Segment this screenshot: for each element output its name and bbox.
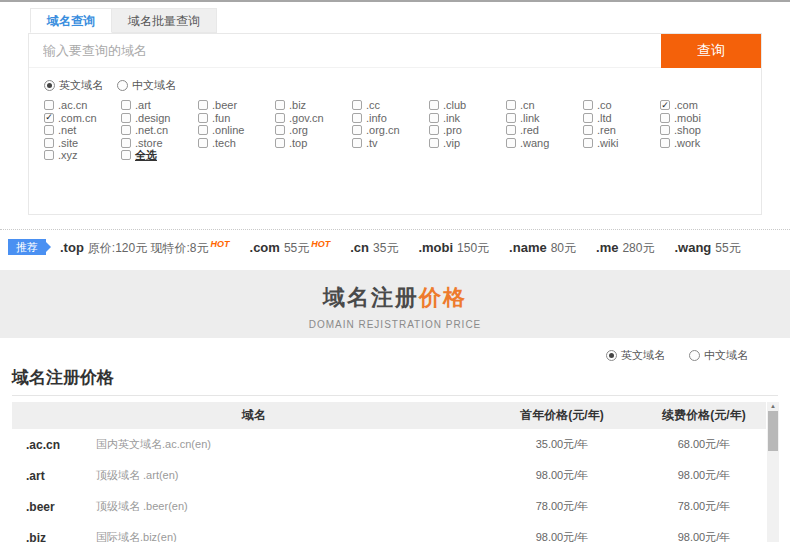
scroll-up-icon[interactable]: ▲: [767, 402, 779, 411]
checkbox-icon[interactable]: [198, 100, 208, 110]
checkbox-icon[interactable]: [275, 100, 285, 110]
radio-option[interactable]: 中文域名: [117, 78, 176, 93]
tld-checkbox-item[interactable]: .tech: [198, 137, 275, 150]
tld-checkbox-item[interactable]: .wang: [506, 137, 583, 150]
tld-checkbox-item[interactable]: .com: [660, 99, 737, 112]
promo-price: 55元: [284, 241, 309, 255]
tld-checkbox-item[interactable]: .com.cn: [44, 112, 121, 125]
tld-checkbox-item[interactable]: .info: [352, 112, 429, 125]
tld-checkbox-item[interactable]: .store: [121, 137, 198, 150]
checkbox-icon[interactable]: [44, 100, 54, 110]
domain-search-input[interactable]: [29, 34, 661, 67]
checkbox-checked-icon[interactable]: [660, 100, 670, 110]
tld-checkbox-item[interactable]: .club: [429, 99, 506, 112]
checkbox-icon[interactable]: [121, 125, 131, 135]
checkbox-icon[interactable]: [583, 125, 593, 135]
checkbox-icon[interactable]: [429, 100, 439, 110]
checkbox-icon[interactable]: [275, 138, 285, 148]
promo-price: 150元: [457, 241, 489, 255]
checkbox-icon[interactable]: [275, 113, 285, 123]
scrollbar-thumb[interactable]: [768, 411, 778, 451]
tld-checkbox-item[interactable]: .red: [506, 124, 583, 137]
tld-checkbox-item[interactable]: .site: [44, 137, 121, 150]
checkbox-icon[interactable]: [429, 138, 439, 148]
row-tld: .ac.cn: [26, 438, 96, 452]
tld-checkbox-item[interactable]: .cc: [352, 99, 429, 112]
checkbox-icon[interactable]: [583, 100, 593, 110]
checkbox-icon[interactable]: [198, 113, 208, 123]
radio-selected[interactable]: 英文域名: [44, 78, 103, 93]
price-section: 英文域名中文域名 域名注册价格 域名 首年价格(元/年) 续费价格(元/年) .…: [0, 348, 790, 542]
tld-checkbox-item[interactable]: .biz: [275, 99, 352, 112]
tld-checkbox-item[interactable]: .tv: [352, 137, 429, 150]
checkbox-checked-icon[interactable]: [44, 113, 54, 123]
tld-checkbox-item[interactable]: .online: [198, 124, 275, 137]
search-button[interactable]: 查询: [661, 34, 761, 68]
checkbox-icon[interactable]: [506, 125, 516, 135]
table-scrollbar[interactable]: ▲: [767, 402, 779, 542]
tld-checkbox-item[interactable]: .ren: [583, 124, 660, 137]
checkbox-icon[interactable]: [44, 150, 54, 160]
checkbox-icon[interactable]: [198, 138, 208, 148]
tld-checkbox-item[interactable]: .ink: [429, 112, 506, 125]
dotted-divider: [0, 229, 790, 230]
tld-checkbox-item[interactable]: .top: [275, 137, 352, 150]
tld-checkbox-item[interactable]: .shop: [660, 124, 737, 137]
tld-checkbox-item[interactable]: .vip: [429, 137, 506, 150]
checkbox-icon[interactable]: [429, 125, 439, 135]
tld-checkbox-item[interactable]: .pro: [429, 124, 506, 137]
tld-checkbox-item[interactable]: .design: [121, 112, 198, 125]
tld-label: .org: [289, 124, 308, 136]
promo-item: .top原价:120元 现特价:8元HOT: [60, 241, 230, 255]
checkbox-icon[interactable]: [660, 113, 670, 123]
tab-domain-query[interactable]: 域名查询: [30, 8, 112, 33]
checkbox-icon[interactable]: [506, 113, 516, 123]
checkbox-icon[interactable]: [44, 138, 54, 148]
tld-checkbox-item[interactable]: .cn: [506, 99, 583, 112]
checkbox-icon[interactable]: [198, 125, 208, 135]
tld-checkbox-item[interactable]: .beer: [198, 99, 275, 112]
checkbox-icon[interactable]: [506, 138, 516, 148]
checkbox-icon[interactable]: [352, 125, 362, 135]
tld-select-all[interactable]: 全选: [121, 149, 198, 162]
checkbox-icon[interactable]: [121, 150, 131, 160]
tld-checkbox-item[interactable]: .org.cn: [352, 124, 429, 137]
radio-option[interactable]: 中文域名: [689, 348, 748, 363]
checkbox-icon[interactable]: [121, 100, 131, 110]
tld-checkbox-item[interactable]: .work: [660, 137, 737, 150]
tld-label: .cn: [520, 99, 535, 111]
checkbox-icon[interactable]: [429, 113, 439, 123]
checkbox-icon[interactable]: [44, 125, 54, 135]
tld-checkbox-item[interactable]: .org: [275, 124, 352, 137]
checkbox-icon[interactable]: [660, 125, 670, 135]
tld-checkbox-item[interactable]: .net: [44, 124, 121, 137]
tld-checkbox-item[interactable]: .xyz: [44, 149, 121, 162]
checkbox-icon[interactable]: [583, 113, 593, 123]
promo-price: 280元: [622, 241, 654, 255]
checkbox-icon[interactable]: [506, 100, 516, 110]
checkbox-icon[interactable]: [660, 138, 670, 148]
tld-checkbox-item[interactable]: .link: [506, 112, 583, 125]
checkbox-icon[interactable]: [352, 138, 362, 148]
checkbox-icon[interactable]: [352, 113, 362, 123]
checkbox-icon[interactable]: [121, 138, 131, 148]
tld-checkbox-item[interactable]: .wiki: [583, 137, 660, 150]
checkbox-icon[interactable]: [352, 100, 362, 110]
tld-checkbox-item[interactable]: .net.cn: [121, 124, 198, 137]
radio-selected[interactable]: 英文域名: [606, 348, 665, 363]
tld-checkbox-item[interactable]: .art: [121, 99, 198, 112]
tld-label: .fun: [212, 112, 230, 124]
checkbox-icon[interactable]: [121, 113, 131, 123]
checkbox-icon[interactable]: [583, 138, 593, 148]
row-first-year-price: 98.00元/年: [482, 530, 642, 542]
tld-label: .pro: [443, 124, 462, 136]
tld-checkbox-item[interactable]: .mobi: [660, 112, 737, 125]
tab-domain-batch-query[interactable]: 域名批量查询: [112, 8, 217, 33]
tld-label: .tv: [366, 137, 378, 149]
tld-checkbox-item[interactable]: .co: [583, 99, 660, 112]
tld-checkbox-item[interactable]: .ac.cn: [44, 99, 121, 112]
tld-checkbox-item[interactable]: .gov.cn: [275, 112, 352, 125]
checkbox-icon[interactable]: [275, 125, 285, 135]
tld-checkbox-item[interactable]: .ltd: [583, 112, 660, 125]
tld-checkbox-item[interactable]: .fun: [198, 112, 275, 125]
